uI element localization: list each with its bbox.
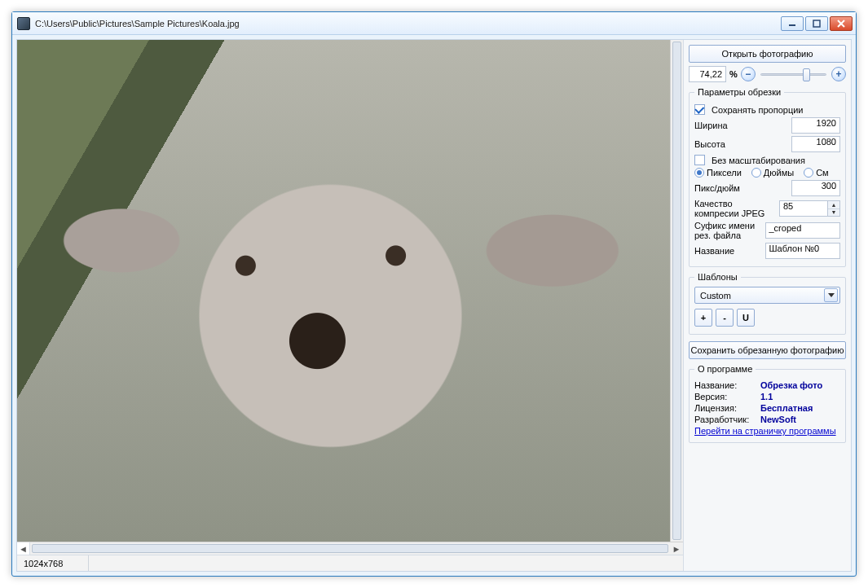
vertical-scrollbar[interactable] [670,40,683,542]
keep-ratio-row[interactable]: Сохранять пропорции [694,104,840,115]
spin-up-icon[interactable]: ▲ [828,201,839,209]
templates-combo-value: Custom [700,291,824,301]
about-name-value: Обрезка фото [760,380,822,390]
status-dimensions: 1024x768 [17,555,89,571]
units-row: Пиксели Дюймы См [694,168,840,178]
about-legend: О программе [694,364,756,374]
zoom-percent-label: % [729,69,738,79]
horizontal-scrollbar[interactable]: ◄ ► [17,542,683,555]
minimize-button[interactable] [781,16,804,31]
image-panel: ◄ ► 1024x768 [17,40,684,571]
about-version-key: Версия: [694,392,756,402]
jpeg-quality-value[interactable]: 85 [779,200,828,217]
crop-params-group: Параметры обрезки Сохранять пропорции Ши… [689,87,846,267]
template-name-input[interactable]: Шаблон №0 [765,243,841,259]
zoom-out-button[interactable]: − [741,67,756,81]
about-homepage-link[interactable]: Перейти на страничку программы [694,426,836,436]
jpeg-quality-spinner[interactable]: 85 ▲▼ [779,200,840,217]
image-viewport[interactable] [17,40,683,542]
titlebar[interactable]: C:\Users\Public\Pictures\Sample Pictures… [12,12,856,35]
template-name-label: Название [694,246,762,256]
height-input[interactable]: 1080 [791,136,840,152]
sidebar: Открыть фотографию 74,22 % − + Параметры… [684,40,851,571]
about-developer-value: NewSoft [760,415,796,424]
spin-down-icon[interactable]: ▼ [828,209,839,217]
scroll-left-icon[interactable]: ◄ [17,542,30,555]
zoom-slider[interactable] [759,67,828,81]
no-scale-label: Без масштабирования [712,156,805,165]
dpi-input[interactable]: 300 [791,180,840,196]
template-add-button[interactable]: + [694,309,712,327]
about-license-key: Лицензия: [694,403,756,413]
about-license-value: Бесплатная [760,403,813,413]
window-title: C:\Users\Public\Pictures\Sample Pictures… [35,19,781,29]
templates-group: Шаблоны Custom + - U [689,272,846,335]
about-name-key: Название: [694,380,756,390]
close-button[interactable] [830,16,853,31]
zoom-value-field[interactable]: 74,22 [689,66,726,82]
suffix-label: Суфикс имени рез. файла [694,221,762,240]
keep-ratio-label: Сохранять пропорции [712,105,804,115]
height-label: Высота [694,139,788,149]
chevron-down-icon[interactable] [824,288,838,302]
app-window: C:\Users\Public\Pictures\Sample Pictures… [11,11,857,577]
about-developer-key: Разработчик: [694,415,756,424]
no-scale-checkbox[interactable] [694,155,705,165]
crop-params-legend: Параметры обрезки [694,87,784,97]
templates-combobox[interactable]: Custom [694,287,840,304]
about-group: О программе Название:Обрезка фото Версия… [689,364,846,443]
unit-pixels[interactable]: Пиксели [694,168,742,178]
app-icon [17,17,30,30]
scroll-right-icon[interactable]: ► [670,542,683,555]
template-update-button[interactable]: U [737,309,755,327]
width-input[interactable]: 1920 [791,117,840,134]
unit-cm[interactable]: См [804,168,829,178]
no-scale-row[interactable]: Без масштабирования [694,155,840,165]
template-remove-button[interactable]: - [716,309,734,327]
unit-inches[interactable]: Дюймы [751,168,794,178]
svg-rect-1 [813,20,820,27]
maximize-button[interactable] [805,16,828,31]
about-version-value: 1.1 [760,392,773,402]
open-photo-button[interactable]: Открыть фотографию [689,45,846,63]
save-cropped-button[interactable]: Сохранить обрезанную фотографию [689,341,846,359]
statusbar: 1024x768 [17,555,683,571]
keep-ratio-checkbox[interactable] [694,104,705,115]
width-label: Ширина [694,121,788,130]
templates-legend: Шаблоны [694,272,741,282]
dpi-label: Пикс/дюйм [694,183,788,193]
jpeg-quality-label: Качество компресии JPEG [694,199,776,218]
zoom-in-button[interactable]: + [831,67,846,81]
suffix-input[interactable]: _croped [765,222,841,239]
displayed-photo [17,40,670,542]
